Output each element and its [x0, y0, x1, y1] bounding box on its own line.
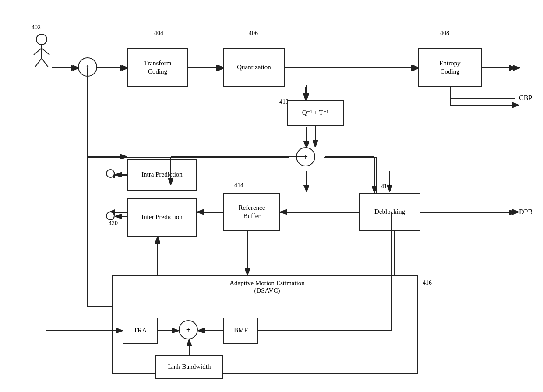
reference-buffer-box: ReferenceBuffer: [223, 193, 280, 231]
svg-line-35: [34, 48, 42, 55]
inter-output-circle: [106, 212, 115, 220]
person-icon: [32, 33, 52, 68]
intra-output-circle: [106, 169, 115, 178]
svg-point-33: [36, 34, 47, 45]
transform-coding-label: TransformCoding: [144, 59, 172, 76]
link-bandwidth-label: Link Bandwidth: [168, 363, 211, 371]
entropy-coding-label: EntropyCoding: [439, 59, 460, 76]
ref-406: 406: [249, 30, 258, 37]
link-bandwidth-box: Link Bandwidth: [155, 355, 223, 379]
inter-prediction-label: Inter Prediction: [141, 213, 183, 222]
reconstruction-adder: +: [296, 147, 315, 166]
transform-coding-box: TransformCoding: [127, 48, 188, 87]
plus-symbol: +: [85, 63, 90, 72]
ref-408: 408: [440, 30, 449, 37]
bmf-label: BMF: [234, 326, 248, 335]
plus-symbol-2: +: [303, 152, 308, 162]
entropy-coding-box: EntropyCoding: [418, 48, 482, 87]
tra-box: TRA: [123, 318, 158, 344]
ref-404: 404: [154, 30, 163, 37]
intra-prediction-label: Intra Prediction: [141, 170, 183, 179]
svg-line-38: [42, 58, 48, 67]
ref-402: 402: [32, 24, 41, 31]
ref-420: 420: [109, 220, 118, 227]
tra-label: TRA: [134, 326, 147, 335]
svg-line-36: [42, 48, 49, 55]
dpb-label: DPB: [519, 208, 532, 216]
reference-buffer-label: ReferenceBuffer: [239, 204, 265, 221]
intra-prediction-box: Intra Prediction: [127, 159, 197, 191]
quantization-label: Quantization: [237, 63, 271, 72]
ame-title-text: Adaptive Motion Estimation(DSAVC): [229, 279, 305, 294]
q-inv-t-inv-label: Q⁻¹ + T⁻¹: [302, 109, 329, 117]
deblocking-box: Deblocking: [359, 193, 420, 231]
bmf-box: BMF: [223, 318, 258, 344]
ref-416: 416: [423, 279, 432, 286]
inter-prediction-box: Inter Prediction: [127, 198, 197, 237]
plus-symbol-3: +: [186, 325, 190, 335]
ame-adder: +: [179, 320, 198, 339]
ame-title-label: Adaptive Motion Estimation(DSAVC): [145, 279, 390, 294]
svg-line-37: [35, 58, 42, 67]
input-adder: +: [78, 57, 97, 77]
ref-412: 412: [381, 183, 390, 190]
deblocking-label: Deblocking: [374, 208, 405, 216]
ref-414: 414: [234, 182, 243, 189]
diagram: 402 + 404 TransformCoding 406 Quantizati…: [0, 0, 543, 392]
q-inv-t-inv-box: Q⁻¹ + T⁻¹: [287, 100, 344, 126]
quantization-box: Quantization: [223, 48, 285, 87]
cbp-label: CBP: [519, 94, 532, 102]
